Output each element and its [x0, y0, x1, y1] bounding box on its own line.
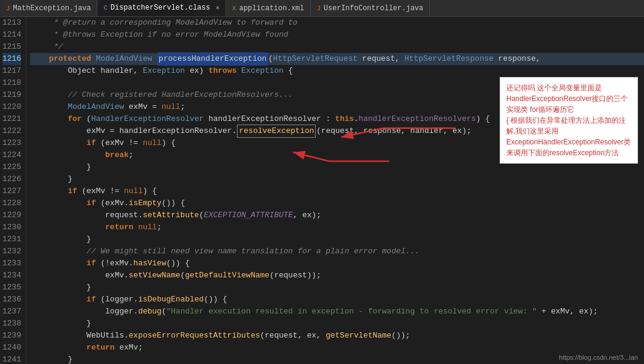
- tab-user-info-controller-label: UserInfoController.java: [324, 4, 423, 13]
- line-1239b: (request, ex,: [260, 330, 325, 342]
- if-kw-1236: if: [30, 294, 100, 306]
- tab-application-xml[interactable]: X application.xml: [226, 0, 311, 16]
- code-line-1240: return exMv;: [30, 342, 644, 354]
- line-1220b: ;: [180, 101, 185, 113]
- close-icon[interactable]: ✕: [215, 4, 219, 11]
- line-1221d: ) {: [476, 113, 489, 125]
- code-line-1241: }: [30, 354, 644, 364]
- code-line-1235: }: [30, 282, 644, 294]
- line-1234c: (request));: [269, 270, 321, 282]
- code-line-1227: if (exMv != null ) {: [30, 185, 644, 197]
- if-kw-1228: if: [30, 197, 100, 209]
- line-1221b: handlerExceptionResolver :: [204, 113, 335, 125]
- comment-1232: // We might still need view name transla…: [30, 245, 420, 258]
- tab-dispatcher-servlet-label: DispatcherServlet.class: [111, 4, 210, 12]
- line-1227b: ) {: [143, 185, 156, 197]
- exception-type2: Exception: [241, 65, 283, 77]
- tab-application-xml-label: application.xml: [239, 4, 304, 13]
- comment-1213: * @return a corresponding ModelAndView t…: [30, 17, 298, 29]
- debug-string: "Handler execution resulted in exception…: [166, 306, 536, 318]
- line-1229c: , ex);: [293, 209, 321, 221]
- line-1239c: ());: [391, 330, 410, 342]
- if-kw-1223: if: [30, 137, 100, 149]
- code-line-1213: * @return a corresponding ModelAndView t…: [30, 17, 644, 29]
- line-1233: (!exMv.: [100, 258, 133, 270]
- java-icon2: J: [317, 5, 321, 12]
- line-1229: request.: [30, 209, 143, 221]
- code-lines: * @return a corresponding ModelAndView t…: [26, 17, 644, 364]
- line-1220: exMv =: [124, 101, 161, 113]
- if-kw-1233: if: [30, 258, 100, 270]
- code-content: * @return a corresponding ModelAndView t…: [26, 17, 644, 364]
- xml-icon: X: [232, 5, 236, 12]
- highlighted-method: processHandlerException: [157, 52, 268, 66]
- is-empty-method: isEmpty: [129, 197, 162, 209]
- code-line-1228: if (exMv. isEmpty ()) {: [30, 197, 644, 209]
- line-1217c: {: [284, 65, 293, 77]
- line-1227: (exMv !=: [82, 185, 124, 197]
- code-line-1229: request. setAttribute ( EXCEPTION_ATTRIB…: [30, 209, 644, 221]
- annotation-text: 还记得吗 这个全局变量里面是HandlerExceptionResolver接口…: [506, 84, 628, 114]
- code-line-1216: protected ModelAndView processHandlerExc…: [30, 53, 644, 65]
- get-default-view-name-method: getDefaultViewName: [185, 270, 269, 282]
- tab-bar: J MathException.java C DispatcherServlet…: [0, 0, 644, 17]
- line-1234: exMv.: [30, 270, 129, 282]
- handler-exception-resolvers-field: handlerExceptionResolvers: [358, 113, 476, 125]
- class-icon: C: [103, 4, 108, 11]
- code-line-1236: if (logger. isDebugEnabled ()) {: [30, 294, 644, 306]
- annotation-brace: { 根据我们在异常处理方法上添加的注解,我们这里采用ExceptionHandl…: [506, 116, 631, 157]
- break-kw: break: [30, 149, 129, 161]
- code-line-1238: }: [30, 318, 644, 330]
- line-1224: ;: [129, 149, 133, 161]
- httpreq-type: HttpServletRequest: [273, 53, 357, 65]
- tab-math-exception[interactable]: J MathException.java: [0, 0, 97, 16]
- throws-kw: throws: [209, 65, 242, 77]
- line-1221a: (: [87, 113, 91, 125]
- code-area: 1213 1214 1215 1216 1217 1218 1219 1220 …: [0, 17, 644, 364]
- line-1217b: ex): [185, 65, 209, 77]
- expose-error-method: exposeErrorRequestAttributes: [129, 330, 260, 342]
- tab-math-exception-label: MathException.java: [13, 4, 91, 13]
- line-1229b: (: [199, 209, 204, 221]
- code-line-1239: WebUtils. exposeErrorRequestAttributes (…: [30, 330, 644, 342]
- line-1233b: ()) {: [166, 258, 189, 270]
- line-1240: exMv;: [119, 342, 143, 354]
- java-icon: J: [6, 5, 10, 12]
- has-view-method: hasView: [133, 258, 167, 270]
- exception-type: Exception: [143, 65, 185, 77]
- model-and-view-type: ModelAndView: [96, 53, 156, 65]
- code-line-1230: return null ;: [30, 221, 644, 233]
- null-kw3: null: [124, 185, 143, 197]
- url-text: https://blog.csdn.net/3...ian: [559, 354, 638, 361]
- line-1223b: ) {: [162, 137, 176, 149]
- code-line-1231: }: [30, 233, 644, 245]
- code-line-1237: logger. debug ( "Handler execution resul…: [30, 306, 644, 318]
- tab-user-info-controller[interactable]: J UserInfoController.java: [311, 0, 430, 16]
- is-debug-enabled-method: isDebugEnabled: [138, 294, 204, 306]
- comment-1219: // Check registered HandlerExceptionReso…: [30, 89, 293, 101]
- code-line-1226: }: [30, 173, 644, 185]
- return-kw-1240: return: [30, 342, 119, 354]
- annotation-box: 还记得吗 这个全局变量里面是HandlerExceptionResolver接口…: [500, 77, 638, 164]
- line-1222b: (request, response, handler, ex);: [316, 125, 471, 137]
- code-line-1215: */: [30, 41, 644, 53]
- code-line-1234: exMv. setViewName ( getDefaultViewName (…: [30, 270, 644, 282]
- line-1225: }: [30, 161, 91, 173]
- params-1216: (: [268, 53, 273, 65]
- code-line-1232: // We might still need view name transla…: [30, 245, 644, 258]
- return-kw-1230: return: [30, 221, 138, 233]
- line-1234b: (: [180, 270, 185, 282]
- line-1228: (exMv.: [100, 197, 129, 209]
- params-1216b: request,: [358, 53, 405, 65]
- exception-attribute-constant: EXCEPTION_ATTRIBUTE: [204, 209, 293, 221]
- line-1239: WebUtils.: [30, 330, 129, 342]
- type-1220: ModelAndView: [30, 101, 124, 113]
- code-line-1233: if (!exMv. hasView ()) {: [30, 258, 644, 270]
- line-1223: (exMv !=: [100, 137, 143, 149]
- line-1231: }: [30, 233, 91, 245]
- line-1237: logger.: [30, 306, 138, 318]
- tab-dispatcher-servlet[interactable]: C DispatcherServlet.class ✕: [97, 0, 226, 16]
- line-1235: }: [30, 282, 91, 294]
- empty-1218: [30, 77, 35, 89]
- params-1216c: response,: [494, 53, 541, 65]
